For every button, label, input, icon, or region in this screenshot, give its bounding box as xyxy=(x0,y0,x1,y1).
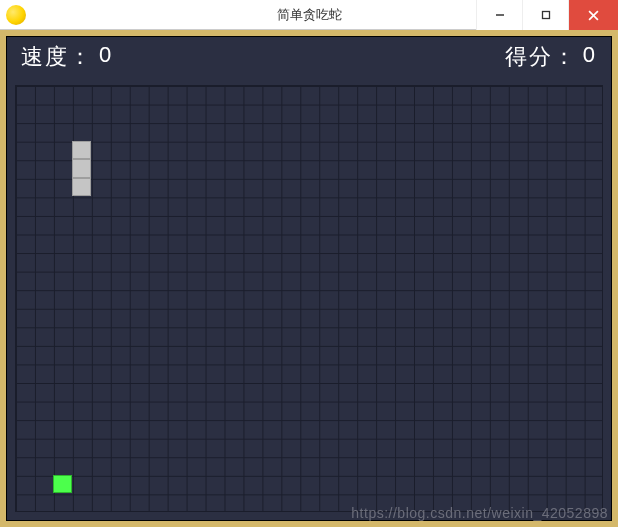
app-icon xyxy=(6,5,26,25)
snake-segment xyxy=(72,159,91,178)
window-controls xyxy=(476,0,618,30)
game-area[interactable]: 速度： 0 得分： 0 xyxy=(6,36,612,521)
minimize-button[interactable] xyxy=(476,0,522,30)
food xyxy=(53,475,72,494)
svg-rect-1 xyxy=(542,12,549,19)
grid-lines xyxy=(15,85,603,512)
speed-label: 速度： xyxy=(21,42,93,72)
snake-segment xyxy=(72,141,91,160)
minimize-icon xyxy=(495,10,505,20)
titlebar: 简单贪吃蛇 xyxy=(0,0,618,30)
window-title: 简单贪吃蛇 xyxy=(277,6,342,24)
score-display: 得分： 0 xyxy=(505,42,597,72)
close-icon xyxy=(588,10,599,21)
maximize-button[interactable] xyxy=(522,0,568,30)
score-label: 得分： xyxy=(505,42,577,72)
game-grid xyxy=(15,85,603,512)
score-value: 0 xyxy=(583,42,597,72)
close-button[interactable] xyxy=(568,0,618,30)
speed-display: 速度： 0 xyxy=(21,42,113,72)
hud: 速度： 0 得分： 0 xyxy=(7,37,611,77)
snake-segment xyxy=(72,178,91,197)
speed-value: 0 xyxy=(99,42,113,72)
maximize-icon xyxy=(541,10,551,20)
